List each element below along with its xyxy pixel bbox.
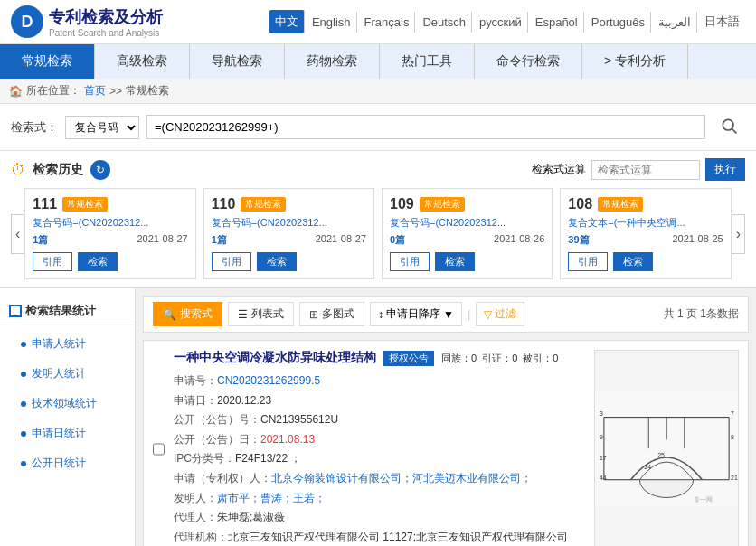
breadcrumb-home-link[interactable]: 首页 bbox=[84, 83, 106, 99]
prev-history-button[interactable]: ‹ bbox=[11, 214, 24, 254]
history-cards: ‹ 111 常规检索 复合号码=(CN20202312... 1篇 2021-0… bbox=[11, 188, 745, 279]
sidebar-item[interactable]: 公开日统计 bbox=[0, 448, 135, 478]
patent-fields: 申请号：CN2020231262999.5申请日：2020.12.23公开（公告… bbox=[174, 372, 585, 546]
field-label: 代理机构： bbox=[174, 531, 228, 543]
sidebar-item[interactable]: 技术领域统计 bbox=[0, 389, 135, 419]
field-label: 公开（公告）日： bbox=[174, 433, 260, 446]
patent-field: 代理人：朱坤磊;葛淑薇 bbox=[174, 508, 585, 528]
history-header: ⏱ 检索历史 ↻ 检索式运算 执行 bbox=[11, 158, 745, 181]
search-label: 检索式： bbox=[11, 119, 58, 136]
card-query: 复合号码=(CN20202312... bbox=[390, 216, 544, 230]
search-input[interactable] bbox=[146, 115, 705, 139]
patent-title[interactable]: 一种中央空调冷凝水防异味处理结构 bbox=[174, 350, 376, 366]
field-label: 申请号： bbox=[174, 374, 217, 387]
breadcrumb: 🏠 所在位置： 首页 >> 常规检索 bbox=[0, 79, 756, 104]
lang-item[interactable]: العربية bbox=[653, 12, 697, 33]
search-view-icon: 🔍 bbox=[163, 308, 176, 321]
lang-item[interactable]: Deutsch bbox=[417, 12, 472, 33]
card-actions: 引用 检索 bbox=[568, 252, 723, 271]
sort-button[interactable]: ↕ 申请日降序 ▼ bbox=[370, 302, 462, 326]
svg-text:7: 7 bbox=[731, 410, 734, 417]
sidebar-title: 检索结果统计 bbox=[0, 297, 135, 325]
search-view-button[interactable]: 🔍 搜索式 bbox=[153, 302, 222, 326]
patent-stats: 同族：0引证：0被引：0 bbox=[441, 352, 558, 365]
sidebar-item[interactable]: 发明人统计 bbox=[0, 359, 135, 389]
svg-text:24: 24 bbox=[644, 464, 651, 470]
logo-en: Patent Search and Analysis bbox=[49, 28, 163, 38]
lang-item[interactable]: 中文 bbox=[269, 10, 305, 33]
lang-item[interactable]: English bbox=[307, 12, 357, 33]
history-search-right: 检索式运算 执行 bbox=[532, 158, 745, 181]
history-card: 110 常规检索 复合号码=(CN20202312... 1篇 2021-08-… bbox=[203, 188, 374, 279]
filter-button[interactable]: ▽ 过滤 bbox=[476, 302, 524, 326]
exec-button[interactable]: 执行 bbox=[705, 158, 745, 181]
patent-info: 一种中央空调冷凝水防异味处理结构 授权公告 同族：0引证：0被引：0 申请号：C… bbox=[174, 350, 585, 546]
svg-text:3: 3 bbox=[600, 410, 603, 417]
search-button[interactable] bbox=[713, 113, 745, 141]
list-view-button[interactable]: ☰ 列表式 bbox=[228, 302, 294, 326]
lang-item[interactable]: Français bbox=[359, 12, 416, 33]
card-actions: 引用 检索 bbox=[212, 252, 366, 271]
formula-input[interactable] bbox=[591, 160, 700, 180]
sidebar-item-label: 申请人统计 bbox=[32, 336, 86, 352]
patent-field: 公开（公告）日：2021.08.13 bbox=[174, 430, 585, 450]
card-meta: 1篇 2021-08-27 bbox=[212, 233, 366, 247]
patent-field: 申请（专利权）人：北京今翰装饰设计有限公司；河北美迈木业有限公司； bbox=[174, 469, 585, 489]
stat-item: 同族：0 bbox=[441, 352, 477, 365]
card-search-button[interactable]: 检索 bbox=[78, 252, 118, 271]
svg-text:25: 25 bbox=[657, 452, 665, 458]
nav-tab[interactable]: > 专利分析 bbox=[582, 44, 688, 79]
lang-item[interactable]: русский bbox=[474, 12, 528, 33]
nav-tab[interactable]: 药物检索 bbox=[285, 44, 380, 79]
card-search-button[interactable]: 检索 bbox=[613, 252, 653, 271]
field-value[interactable]: 北京今翰装饰设计有限公司；河北美迈木业有限公司； bbox=[271, 472, 532, 485]
search-type-select[interactable]: 复合号码 bbox=[65, 116, 139, 139]
stat-item: 被引：0 bbox=[523, 352, 558, 365]
card-query: 复合号码=(CN20202312... bbox=[33, 216, 187, 230]
field-value[interactable]: CN2020231262999.5 bbox=[217, 374, 320, 387]
patent-checkbox[interactable] bbox=[153, 352, 165, 546]
sidebar-item[interactable]: 申请人统计 bbox=[0, 329, 135, 359]
svg-text:17: 17 bbox=[600, 455, 607, 461]
lang-item[interactable]: Español bbox=[530, 12, 584, 33]
refresh-button[interactable]: ↻ bbox=[90, 160, 110, 180]
next-history-button[interactable]: › bbox=[732, 214, 745, 254]
card-count: 1篇 bbox=[212, 233, 227, 247]
field-label: 发明人： bbox=[174, 492, 217, 504]
card-search-button[interactable]: 检索 bbox=[257, 252, 297, 271]
nav-tab[interactable]: 导航检索 bbox=[190, 44, 285, 79]
nav-tab[interactable]: 常规检索 bbox=[0, 44, 95, 79]
header: D 专利检索及分析 Patent Search and Analysis 中文E… bbox=[0, 0, 756, 44]
card-count: 39篇 bbox=[568, 233, 589, 247]
sidebar-item-label: 申请日统计 bbox=[32, 426, 86, 441]
svg-text:21: 21 bbox=[731, 475, 738, 481]
results-count: 共 1 页 1条数据 bbox=[664, 306, 739, 322]
breadcrumb-location: 所在位置： bbox=[26, 83, 80, 99]
field-label: IPC分类号： bbox=[174, 452, 235, 465]
lang-item[interactable]: Português bbox=[586, 12, 651, 33]
field-label: 申请（专利权）人： bbox=[174, 472, 271, 485]
card-cite-button[interactable]: 引用 bbox=[33, 252, 72, 271]
card-cite-button[interactable]: 引用 bbox=[568, 252, 608, 271]
history-card: 111 常规检索 复合号码=(CN20202312... 1篇 2021-08-… bbox=[24, 188, 195, 279]
lang-item[interactable]: 日本語 bbox=[699, 10, 745, 33]
stat-item: 引证：0 bbox=[482, 352, 517, 365]
cards-wrapper: 111 常规检索 复合号码=(CN20202312... 1篇 2021-08-… bbox=[24, 188, 731, 279]
card-cite-button[interactable]: 引用 bbox=[390, 252, 430, 271]
field-label: 代理人： bbox=[174, 511, 217, 523]
history-card: 109 常规检索 复合号码=(CN20202312... 0篇 2021-08-… bbox=[382, 188, 553, 279]
nav-tab[interactable]: 热门工具 bbox=[380, 44, 475, 79]
nav-tab[interactable]: 命令行检索 bbox=[475, 44, 582, 79]
card-badge: 常规检索 bbox=[420, 197, 465, 212]
field-value[interactable]: 肃市平；曹涛；王若； bbox=[217, 492, 326, 504]
patent-field: 发明人：肃市平；曹涛；王若； bbox=[174, 489, 585, 509]
card-cite-button[interactable]: 引用 bbox=[212, 252, 251, 271]
card-actions: 引用 检索 bbox=[390, 252, 544, 271]
sidebar-item[interactable]: 申请日统计 bbox=[0, 419, 135, 448]
grid-view-button[interactable]: ⊞ 多图式 bbox=[299, 302, 364, 326]
card-search-button[interactable]: 检索 bbox=[435, 252, 475, 271]
list-icon: ☰ bbox=[238, 308, 248, 321]
nav-tab[interactable]: 高级检索 bbox=[95, 44, 190, 79]
card-badge: 常规检索 bbox=[62, 197, 108, 212]
search-icon bbox=[720, 117, 738, 135]
